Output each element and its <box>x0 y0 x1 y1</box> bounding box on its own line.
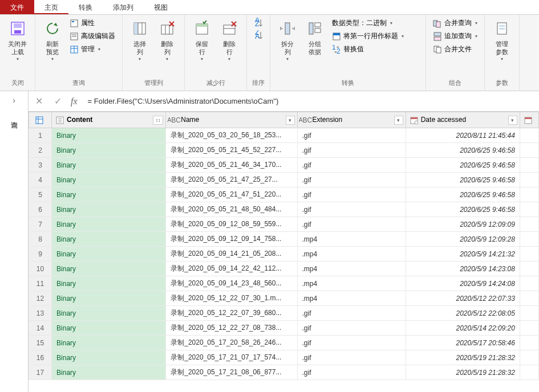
table-row[interactable]: 8 Binary 录制_2020_05_09_12_09_14_758... .… <box>29 232 539 247</box>
cell-extension[interactable]: .gif <box>297 143 406 158</box>
row-number[interactable]: 14 <box>29 321 52 336</box>
cell-name[interactable]: 录制_2020_05_12_22_07_39_680... <box>166 306 297 321</box>
cell-more[interactable] <box>520 247 538 262</box>
expand-content-button[interactable]: ↕↕ <box>153 116 163 125</box>
sort-asc-button[interactable]: AZ <box>252 17 265 28</box>
cell-content[interactable]: Binary <box>52 350 166 365</box>
table-row[interactable]: 16 Binary 录制_2020_05_17_21_07_17_574... … <box>29 350 539 365</box>
cell-date[interactable]: 2020/6/25 9:46:58 <box>406 202 520 217</box>
cell-more[interactable] <box>520 306 538 321</box>
table-corner[interactable] <box>29 112 52 128</box>
cell-name[interactable]: 录制_2020_05_17_21_07_17_574... <box>166 350 297 365</box>
cell-date[interactable]: 2020/6/25 9:46:58 <box>406 187 520 202</box>
cell-extension[interactable]: .gif <box>297 187 406 202</box>
cancel-formula-button[interactable]: ✕ <box>33 96 45 107</box>
table-row[interactable]: 12 Binary 录制_2020_05_12_22_07_30_1.m... … <box>29 291 539 306</box>
row-number[interactable]: 9 <box>29 247 52 262</box>
cell-content[interactable]: Binary <box>52 262 166 276</box>
expand-sidebar-button[interactable]: › <box>13 96 15 105</box>
cell-date[interactable]: 2020/5/9 12:09:09 <box>406 217 520 232</box>
remove-rows-button[interactable]: 删除 行 ▾ <box>217 17 242 64</box>
table-row[interactable]: 6 Binary 录制_2020_05_05_21_48_50_484... .… <box>29 202 539 217</box>
row-number[interactable]: 10 <box>29 262 52 276</box>
merge-queries-button[interactable]: 合并查询▾ <box>431 17 480 29</box>
tab-transform[interactable]: 转换 <box>68 0 103 14</box>
cell-name[interactable]: 录制_2020_05_09_12_08_59_559... <box>166 217 297 232</box>
filter-extension-button[interactable] <box>394 116 403 125</box>
row-number[interactable]: 3 <box>29 158 52 173</box>
column-header-dateaccessed[interactable]: Date accessed <box>406 112 520 128</box>
cell-content[interactable]: Binary <box>52 143 166 158</box>
cell-date[interactable]: 2020/5/19 21:28:32 <box>406 350 520 365</box>
cell-date[interactable]: 2020/5/12 22:08:05 <box>406 306 520 321</box>
manage-button[interactable]: 管理▾ <box>67 43 117 55</box>
cell-date[interactable]: 2020/6/25 9:46:58 <box>406 143 520 158</box>
cell-date[interactable]: 2020/5/9 14:21:32 <box>406 247 520 262</box>
choose-columns-button[interactable]: 选择 列 ▾ <box>127 17 152 64</box>
cell-more[interactable] <box>520 158 538 173</box>
filter-dateaccessed-button[interactable] <box>508 116 517 125</box>
cell-date[interactable]: 2020/5/9 14:24:08 <box>406 276 520 291</box>
row-number[interactable]: 5 <box>29 187 52 202</box>
keep-rows-button[interactable]: 保留 行 ▾ <box>189 17 214 64</box>
row-number[interactable]: 16 <box>29 350 52 365</box>
combine-files-button[interactable]: 合并文件 <box>431 43 480 55</box>
formula-input[interactable] <box>84 96 534 107</box>
append-queries-button[interactable]: 追加查询▾ <box>431 30 480 42</box>
row-number[interactable]: 1 <box>29 128 52 143</box>
cell-more[interactable] <box>520 232 538 247</box>
firstrow-headers-button[interactable]: 将第一行用作标题▾ <box>330 30 421 42</box>
replace-values-button[interactable]: 12替换值 <box>330 43 421 55</box>
cell-content[interactable]: Binary <box>52 187 166 202</box>
cell-name[interactable]: 录制_2020_05_17_21_08_06_877... <box>166 365 297 380</box>
cell-extension[interactable]: .gif <box>297 158 406 173</box>
table-row[interactable]: 17 Binary 录制_2020_05_17_21_08_06_877... … <box>29 365 539 380</box>
cell-content[interactable]: Binary <box>52 276 166 291</box>
table-row[interactable]: 14 Binary 录制_2020_05_12_22_27_08_738... … <box>29 321 539 336</box>
cell-name[interactable]: 录制_2020_05_09_14_21_05_208... <box>166 247 297 262</box>
row-number[interactable]: 15 <box>29 336 52 350</box>
cell-name[interactable]: 录制_2020_05_12_22_27_08_738... <box>166 321 297 336</box>
table-row[interactable]: 7 Binary 录制_2020_05_09_12_08_59_559... .… <box>29 217 539 232</box>
cell-name[interactable]: 录制_2020_05_03_20_56_18_253... <box>166 128 297 143</box>
cell-extension[interactable]: .gif <box>297 321 406 336</box>
cell-more[interactable] <box>520 336 538 350</box>
row-number[interactable]: 12 <box>29 291 52 306</box>
column-header-content[interactable]: Content↕↕ <box>52 112 166 128</box>
table-row[interactable]: 13 Binary 录制_2020_05_12_22_07_39_680... … <box>29 306 539 321</box>
cell-more[interactable] <box>520 291 538 306</box>
cell-name[interactable]: 录制_2020_05_09_14_23_48_560... <box>166 276 297 291</box>
cell-content[interactable]: Binary <box>52 336 166 350</box>
tab-file[interactable]: 文件 <box>0 0 34 14</box>
tab-home[interactable]: 主页 <box>34 0 68 14</box>
cell-name[interactable]: 录制_2020_05_12_22_07_30_1.m... <box>166 291 297 306</box>
cell-more[interactable] <box>520 143 538 158</box>
cell-content[interactable]: Binary <box>52 291 166 306</box>
properties-button[interactable]: 属性 <box>67 17 117 29</box>
row-number[interactable]: 6 <box>29 202 52 217</box>
row-number[interactable]: 13 <box>29 306 52 321</box>
cell-extension[interactable]: .mp4 <box>297 276 406 291</box>
cell-more[interactable] <box>520 202 538 217</box>
cell-name[interactable]: 录制_2020_05_09_12_09_14_758... <box>166 232 297 247</box>
row-number[interactable]: 7 <box>29 217 52 232</box>
cell-more[interactable] <box>520 350 538 365</box>
cell-content[interactable]: Binary <box>52 217 166 232</box>
cell-extension[interactable]: .gif <box>297 365 406 380</box>
cell-date[interactable]: 2020/5/9 12:09:28 <box>406 232 520 247</box>
cell-content[interactable]: Binary <box>52 247 166 262</box>
cell-name[interactable]: 录制_2020_05_05_21_48_50_484... <box>166 202 297 217</box>
table-row[interactable]: 15 Binary 录制_2020_05_17_20_58_26_246... … <box>29 336 539 350</box>
table-row[interactable]: 3 Binary 录制_2020_05_05_21_46_34_170... .… <box>29 158 539 173</box>
row-number[interactable]: 8 <box>29 232 52 247</box>
cell-extension[interactable]: .gif <box>297 217 406 232</box>
cell-extension[interactable]: .mp4 <box>297 262 406 276</box>
cell-content[interactable]: Binary <box>52 128 166 143</box>
cell-more[interactable] <box>520 128 538 143</box>
cell-content[interactable]: Binary <box>52 173 166 187</box>
datatype-button[interactable]: 数据类型：二进制▾ <box>330 17 421 29</box>
cell-extension[interactable]: .gif <box>297 202 406 217</box>
cell-name[interactable]: 录制_2020_05_17_20_58_26_246... <box>166 336 297 350</box>
cell-more[interactable] <box>520 173 538 187</box>
cell-extension[interactable]: .gif <box>297 128 406 143</box>
